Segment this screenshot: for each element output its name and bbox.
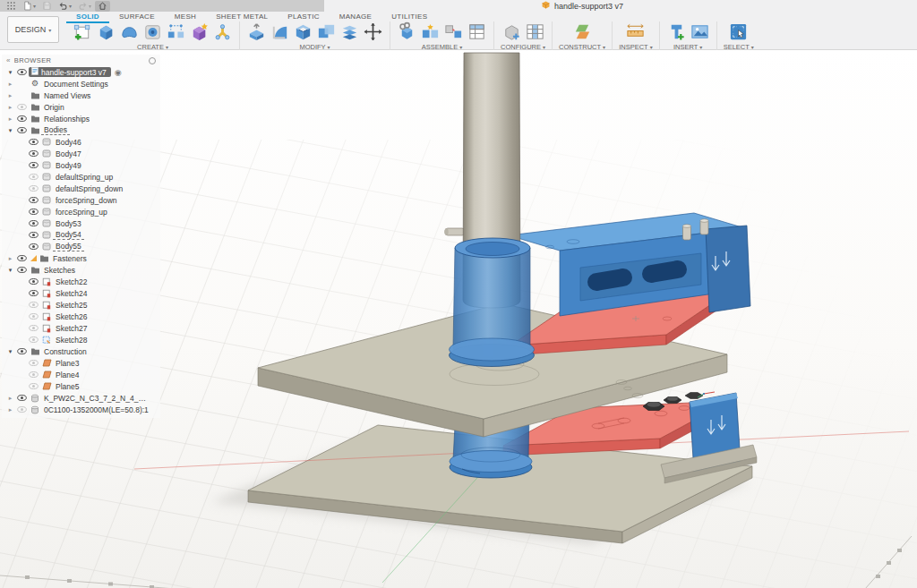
side-peg[interactable] <box>444 228 465 235</box>
expand-arrow[interactable]: ▾ <box>5 66 15 78</box>
browser-item-body53[interactable]: Body53 <box>2 217 160 229</box>
browser-item-plane3[interactable]: Plane3 <box>2 357 160 369</box>
expand-arrow[interactable]: ▾ <box>5 264 15 276</box>
joint-icon[interactable] <box>420 21 441 42</box>
move-icon[interactable] <box>363 21 383 42</box>
browser-item-origin[interactable]: ▸Origin <box>2 101 160 113</box>
visibility-toggle-icon[interactable] <box>15 68 29 76</box>
expand-arrow[interactable]: ▸ <box>5 404 15 415</box>
primitive-icon[interactable] <box>189 21 210 42</box>
visibility-toggle-icon[interactable] <box>15 103 29 111</box>
browser-item-sketch26[interactable]: Sketch26 <box>2 311 160 322</box>
browser-item-sketches[interactable]: ▾Sketches <box>2 264 160 276</box>
new-component-icon[interactable] <box>397 21 417 42</box>
visibility-toggle-icon[interactable] <box>27 359 40 367</box>
design-workspace-dropdown[interactable]: DESIGN ▾ <box>7 16 59 43</box>
visibility-toggle-icon[interactable] <box>15 405 29 413</box>
visibility-toggle-icon[interactable] <box>27 231 40 239</box>
browser-item-sketch25[interactable]: Sketch25 <box>2 299 160 311</box>
collapse-panel-icon[interactable]: « <box>6 56 11 64</box>
visibility-toggle-icon[interactable] <box>27 301 40 309</box>
browser-item-body54[interactable]: Body54 <box>2 229 160 241</box>
browser-item-plane4[interactable]: Plane4 <box>2 369 160 380</box>
pipe-icon[interactable] <box>212 21 233 42</box>
browser-item-forcespring-up[interactable]: forceSpring_up <box>2 206 160 217</box>
offset-face-icon[interactable] <box>339 21 360 42</box>
display-settings-icon[interactable] <box>149 57 156 64</box>
visibility-toggle-icon[interactable] <box>27 312 40 320</box>
visibility-toggle-icon[interactable] <box>27 184 40 192</box>
visibility-toggle-icon[interactable] <box>27 243 40 251</box>
fillet-icon[interactable] <box>270 21 290 42</box>
expand-arrow[interactable]: ▸ <box>5 392 15 404</box>
visibility-toggle-icon[interactable] <box>15 115 29 123</box>
expand-arrow[interactable]: ▸ <box>5 252 15 264</box>
browser-item-sketch27[interactable]: Sketch27 <box>2 322 160 334</box>
browser-item-sketch22[interactable]: Sketch22 <box>2 276 160 287</box>
visibility-toggle-icon[interactable] <box>15 347 29 355</box>
canvas-icon[interactable] <box>690 21 710 42</box>
as-built-joint-icon[interactable] <box>443 21 464 42</box>
visibility-toggle-icon[interactable] <box>15 394 29 402</box>
undo-button[interactable]: ▾ <box>56 1 74 12</box>
expand-arrow[interactable]: ▸ <box>5 89 15 101</box>
press-pull-icon[interactable] <box>246 21 267 42</box>
apps-grid-button[interactable] <box>4 1 19 12</box>
visibility-toggle-icon[interactable] <box>15 266 29 274</box>
shell-icon[interactable] <box>293 21 313 42</box>
file-button[interactable]: ▾ <box>20 1 39 12</box>
construct-planes-icon[interactable] <box>572 21 593 42</box>
home-button[interactable] <box>95 1 110 12</box>
activate-component-radio[interactable]: ◉ <box>115 68 122 77</box>
visibility-toggle-icon[interactable] <box>27 289 40 297</box>
root-component-pill[interactable]: handle-support3 v7 <box>29 67 111 77</box>
form-icon[interactable] <box>119 21 140 42</box>
browser-item-plane5[interactable]: Plane5 <box>2 380 160 392</box>
visibility-toggle-icon[interactable] <box>27 138 40 146</box>
browser-item-defaultspring-down[interactable]: defaultSpring_down <box>2 183 160 194</box>
browser-item-body55[interactable]: Body55 <box>2 241 160 252</box>
expand-arrow[interactable]: ▸ <box>5 78 15 89</box>
browser-header[interactable]: « BROWSER <box>2 55 160 66</box>
browser-item-body49[interactable]: Body49 <box>2 159 160 171</box>
browser-item-k-pw2c-n-c3-7-2-n-4-0-35-f[interactable]: ▸K_PW2C_N_C3_7_2_N_4_0.35_f... <box>2 392 160 404</box>
visibility-toggle-icon[interactable] <box>27 208 40 216</box>
measure-icon[interactable] <box>625 21 646 42</box>
browser-item-sketch28[interactable]: Sketch28 <box>2 334 160 345</box>
bom-table-icon[interactable] <box>467 21 487 42</box>
visibility-toggle-icon[interactable] <box>27 219 40 227</box>
browser-item-forcespring-down[interactable]: forceSpring_down <box>2 194 160 206</box>
visibility-toggle-icon[interactable] <box>27 336 40 344</box>
browser-item-sketch24[interactable]: Sketch24 <box>2 287 160 299</box>
expand-arrow[interactable]: ▾ <box>5 345 15 357</box>
redo-button[interactable]: ▾ <box>75 1 94 12</box>
expand-arrow[interactable]: ▸ <box>5 113 15 124</box>
extrude-icon[interactable] <box>96 21 116 42</box>
derive-icon[interactable] <box>666 21 687 42</box>
browser-item-document-settings[interactable]: ▸⚙Document Settings <box>2 78 160 89</box>
expand-arrow[interactable]: ▾ <box>5 124 15 136</box>
browser-item-construction[interactable]: ▾Construction <box>2 345 160 357</box>
browser-item-fasteners[interactable]: ▸Fasteners <box>2 252 160 264</box>
visibility-toggle-icon[interactable] <box>27 196 40 204</box>
visibility-toggle-icon[interactable] <box>27 277 40 285</box>
expand-arrow[interactable]: ▸ <box>5 101 15 113</box>
pattern-icon[interactable] <box>166 21 186 42</box>
visibility-toggle-icon[interactable] <box>27 371 40 379</box>
sketch-icon[interactable] <box>73 21 93 42</box>
visibility-toggle-icon[interactable] <box>27 382 40 390</box>
save-button[interactable] <box>39 1 55 12</box>
browser-item-bodies[interactable]: ▾Bodies <box>2 124 160 136</box>
revolve-icon[interactable] <box>142 21 163 42</box>
visibility-toggle-icon[interactable] <box>15 126 29 134</box>
select-icon[interactable] <box>728 21 749 42</box>
browser-item-body47[interactable]: Body47 <box>2 148 160 159</box>
browser-item-root[interactable]: ▾ handle-support3 v7 ◉ <box>2 66 160 78</box>
configure-icon[interactable] <box>501 21 522 42</box>
3d-viewport[interactable]: « BROWSER ▾ handle-support3 v7 ◉ ▸⚙Docum… <box>0 50 917 588</box>
visibility-toggle-icon[interactable] <box>27 149 40 158</box>
visibility-toggle-icon[interactable] <box>15 254 29 262</box>
browser-item-defaultspring-up[interactable]: defaultSpring_up <box>2 171 160 183</box>
browser-item-named-views[interactable]: ▸Named Views <box>2 89 160 101</box>
model-top-collar[interactable] <box>450 238 535 367</box>
